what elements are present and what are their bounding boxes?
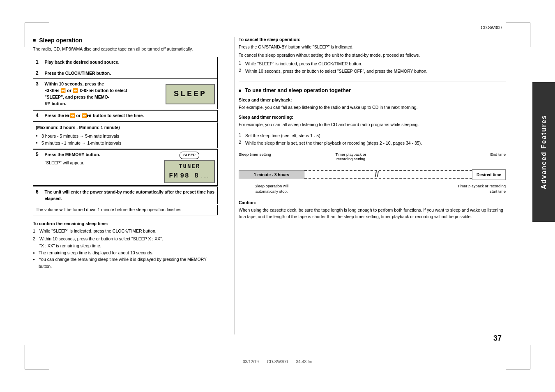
step-2-content: Press the CLOCK/TIMER button.: [42, 68, 218, 79]
sleep-playback-title: Sleep and timer playback:: [239, 97, 506, 102]
step-2-row: 2 Press the CLOCK/TIMER button.: [33, 68, 218, 79]
step-4-row: 4 Press the ⏮⏪ or ⏩⏭ button to select th…: [33, 111, 218, 122]
desired-time-box: Desired time: [472, 169, 506, 180]
confirm-bullet-1: The remaining sleep time is displayed fo…: [33, 249, 218, 256]
step-3-row: 3 Within 10 seconds, press the ⧏⧏ ⏮ ⏪ or…: [33, 79, 218, 109]
model-number: CD-SW300: [481, 25, 502, 30]
caution-section: Caution: When using the cassette deck, b…: [239, 200, 506, 220]
diag-bot-right: Timer playback or recordingstart time: [304, 183, 506, 194]
confirm-item-2: 2 Within 10 seconds, press the or button…: [33, 235, 218, 242]
step-6-table: 6 The unit will enter the power stand-by…: [33, 187, 218, 205]
corner-bl-v: [25, 345, 25, 369]
diag-slash: //: [375, 170, 379, 178]
step-5-note: "SLEEP" will appear.: [45, 160, 100, 166]
step-5-inner: Press the MEMORY button. "SLEEP" will ap…: [45, 152, 215, 183]
cancel-item-2: 2 Within 10 seconds, press the or button…: [239, 68, 506, 74]
caution-title: Caution:: [239, 200, 506, 205]
sleep-playback-body: For example, you can fall asleep listeni…: [239, 104, 506, 111]
step-4-sub-title: (Maximum: 3 hours - Minimum: 1 minute): [36, 124, 215, 131]
step-1-row: 1 Play back the desired sound source.: [33, 57, 218, 68]
corner-br-h: [506, 369, 530, 369]
corner-tr-v: [530, 23, 530, 47]
step-6-row: 6 The unit will enter the power stand-by…: [33, 187, 218, 204]
step-4-sub: (Maximum: 3 hours - Minimum: 1 minute) 3…: [33, 122, 218, 148]
step-4-content: Press the ⏮⏪ or ⏩⏭ button to select the …: [42, 111, 218, 122]
step-6-content: The unit will enter the power stand-by m…: [42, 187, 218, 204]
sleep-recording-title: Sleep and timer recording:: [239, 115, 506, 120]
step-6-note: The volume will be turned down 1 minute …: [33, 205, 218, 215]
cancel-section: To cancel the sleep operation: Press the…: [239, 37, 506, 74]
cancel-body2: To cancel the sleep operation without se…: [239, 52, 506, 58]
timer-step-1: 1 Set the sleep time (see left, steps 1 …: [239, 132, 506, 139]
step-5-main-text: Press the MEMORY button.: [45, 152, 100, 158]
tuner-fm: FM: [169, 171, 178, 181]
steps-table: 1 Play back the desired sound source. 2 …: [33, 57, 218, 110]
diag-label-timer: Timer playback orrecording setting: [335, 152, 366, 161]
timer-step-2: 2 While the sleep timer is set, set the …: [239, 140, 506, 146]
confirm-title: To confirm the remaining sleep time:: [33, 221, 218, 226]
sleep-recording-body: For example, you can fall asleep listeni…: [239, 121, 506, 128]
timer-section-title: To use timer and sleep operation togethe…: [239, 87, 506, 93]
step-3-line1: Within 10 seconds, press the: [45, 81, 161, 88]
side-tab-label: Advanced Features: [540, 115, 548, 189]
tuner-display: TUNER FM 98 8 ...: [164, 160, 215, 183]
corner-bl-h: [25, 369, 49, 369]
side-tab: Advanced Features: [532, 82, 555, 222]
step-3-num: 3: [33, 79, 42, 109]
timer-section: To use timer and sleep operation togethe…: [239, 87, 506, 220]
step-4-bullet-2: 5 minutes - 1 minute → 1-minute interval…: [36, 140, 215, 147]
confirm-item-1: 1 While "SLEEP" is indicated, press the …: [33, 228, 218, 235]
footer-model: CD-SW300: [267, 360, 288, 364]
sleep-lcd-display: SLEEP: [166, 84, 215, 104]
right-divider: [239, 81, 506, 81]
confirm-item-2b: "X : XX" is remaining sleep time.: [39, 242, 218, 249]
main-content: Sleep operation The radio, CD, MP3/WMA d…: [33, 37, 506, 334]
diagram-bar: 1 minute - 3 hours // Desired time: [239, 168, 506, 181]
sleep-section-intro: The radio, CD, MP3/WMA disc and cassette…: [33, 46, 218, 53]
timer-diagram: Sleep timer setting Timer playback orrec…: [239, 152, 506, 194]
confirm-bullet-2: You can change the remaining sleep time …: [33, 256, 218, 270]
footer-date: 03/12/19: [243, 360, 259, 364]
step-3-text: Within 10 seconds, press the ⧏⧏ ⏮ ⏪ or ⏩…: [45, 81, 161, 107]
corner-tl-v: [25, 23, 25, 47]
confirm-items: 1 While "SLEEP" is indicated, press the …: [33, 228, 218, 270]
step-5-row: 5 Press the MEMORY button. "SLEEP" will …: [33, 150, 218, 186]
step-2-num: 2: [33, 68, 42, 79]
diag-label-end: End time: [491, 152, 506, 157]
cancel-item-1: 1 While "SLEEP" is indicated, press the …: [239, 60, 506, 67]
corner-tl-h: [25, 23, 49, 23]
tuner-dots: ...: [201, 174, 210, 180]
step-3-content: Within 10 seconds, press the ⧏⧏ ⏮ ⏪ or ⏩…: [42, 79, 218, 109]
step-5-table: 5 Press the MEMORY button. "SLEEP" will …: [33, 149, 218, 186]
page-number: 37: [493, 334, 502, 343]
step-4-num: 4: [33, 111, 42, 122]
footer: 03/12/19 CD-SW300 34-43.fm: [49, 356, 506, 364]
step-1-num: 1: [33, 57, 42, 68]
diagram-top-labels: Sleep timer setting Timer playback orrec…: [239, 152, 506, 164]
step-5-num: 5: [33, 150, 42, 186]
step-4-table: 4 Press the ⏮⏪ or ⏩⏭ button to select th…: [33, 110, 218, 122]
footer-file: 34-43.fm: [296, 360, 312, 364]
corner-br-v: [530, 345, 530, 369]
step-3-line3: "SLEEP", and press the MEMO-: [45, 94, 161, 101]
cancel-body1: Press the ON/STAND-BY button while "SLEE…: [239, 44, 506, 50]
tuner-freq: 98 8: [180, 171, 199, 181]
diag-label-sleep: Sleep timer setting: [239, 152, 271, 157]
sleep-section-title: Sleep operation: [33, 37, 218, 44]
right-column: To cancel the sleep operation: Press the…: [234, 37, 506, 334]
step-3-line4: RY button.: [45, 101, 161, 107]
confirm-section: To confirm the remaining sleep time: 1 W…: [33, 221, 218, 270]
step-5-display-wrap: SLEEP TUNER FM 98 8 ...: [164, 152, 215, 183]
step-1-content: Play back the desired sound source.: [42, 57, 218, 68]
caution-body: When using the cassette deck, be sure th…: [239, 207, 506, 220]
step-5-content: Press the MEMORY button. "SLEEP" will ap…: [42, 150, 218, 186]
tuner-line2: FM 98 8 ...: [169, 171, 210, 181]
step-5-text-wrap: Press the MEMORY button. "SLEEP" will ap…: [45, 152, 100, 166]
corner-tr-h: [506, 23, 530, 23]
tuner-line1: TUNER: [169, 162, 210, 171]
cancel-title: To cancel the sleep operation:: [239, 37, 506, 42]
diagram-bottom-labels: Sleep operation willautomatically stop. …: [239, 183, 506, 194]
step-3-line2: ⧏⧏ ⏮ ⏪ or ⏩ ⧐⧐ ⏭ button to select: [45, 88, 161, 94]
step-3-inner: Within 10 seconds, press the ⧏⧏ ⏮ ⏪ or ⏩…: [45, 81, 215, 107]
step-4-bullet-1: 3 hours - 5 minutes → 5-minute intervals: [36, 133, 215, 140]
